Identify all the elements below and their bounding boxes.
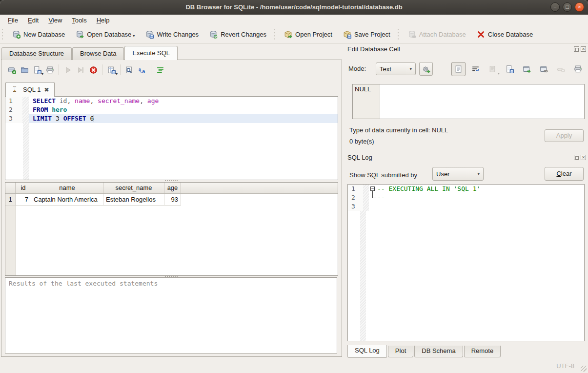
sql-log-filter-select[interactable]: User ▾: [432, 167, 484, 181]
line-number: 3: [5, 114, 22, 123]
minimize-window-button[interactable]: −: [550, 2, 560, 12]
copy-cell-link-button[interactable]: [537, 62, 551, 76]
fold-collapse-icon[interactable]: −: [370, 186, 375, 191]
results-grid[interactable]: idnamesecret_nameage 17Captain North Ame…: [5, 182, 338, 276]
save-project-button[interactable]: Save Project: [338, 28, 396, 41]
bottom-tab-sql-log[interactable]: SQL Log: [347, 345, 387, 358]
new-database-button[interactable]: New Database: [7, 28, 70, 41]
cell-secret_name[interactable]: Esteban Rogelios: [103, 194, 164, 206]
execute-all-button[interactable]: [61, 63, 74, 76]
auto-mode-button[interactable]: [419, 62, 433, 76]
open-database-button[interactable]: Open Database▾: [70, 28, 140, 41]
close-dock-icon[interactable]: ✕: [581, 46, 586, 52]
chevron-down-icon[interactable]: ▾: [133, 34, 135, 39]
tab-database-structure[interactable]: Database Structure: [1, 47, 72, 60]
corner-header[interactable]: [5, 183, 16, 193]
autocomplete-icon: aa: [138, 66, 146, 74]
cell-type-info: Type of data currently in cell: NULL: [349, 126, 448, 135]
clear-log-button[interactable]: Clear: [545, 167, 584, 181]
editor-line-2: 2FROM hero: [5, 105, 338, 114]
save-sql-file-button[interactable]: ▾: [31, 63, 43, 76]
revert-changes-button[interactable]: Revert Changes: [204, 28, 272, 41]
import-data-button[interactable]: ▾: [486, 62, 500, 76]
open-project-button[interactable]: Open Project: [279, 28, 338, 41]
bottom-tab-remote[interactable]: Remote: [464, 346, 501, 357]
table-row[interactable]: 17Captain North AmericaEsteban Rogelios9…: [5, 194, 338, 206]
sql-editor[interactable]: 1SELECT id, name, secret_name, age2FROM …: [5, 96, 338, 180]
format-sql-button[interactable]: [154, 63, 166, 76]
apply-button[interactable]: Apply: [545, 129, 584, 142]
tab-execute-sql[interactable]: Execute SQL: [124, 46, 178, 60]
execute-line-button[interactable]: [74, 63, 87, 76]
close-dock-icon[interactable]: ✕: [581, 155, 586, 160]
toolbar-separator: [120, 64, 121, 75]
encoding-indicator[interactable]: UTF-8: [556, 362, 574, 370]
menu-help[interactable]: Help: [92, 15, 115, 25]
sql-tab-bar: SQL 1 ✖: [5, 81, 55, 96]
close-database-button[interactable]: Close Database: [471, 28, 539, 41]
menu-edit[interactable]: Edit: [23, 15, 43, 25]
results-message[interactable]: Results of the last executed statements: [5, 277, 337, 353]
float-dock-icon[interactable]: [574, 155, 579, 160]
cell-editor[interactable]: NULL: [352, 84, 585, 119]
stop-icon: [89, 66, 98, 74]
autocomplete-button[interactable]: aa: [136, 63, 148, 76]
save-results-icon: [107, 66, 116, 74]
row-header[interactable]: 1: [5, 194, 16, 206]
attach-database-button[interactable]: Attach Database: [403, 28, 471, 41]
word-wrap-button[interactable]: [468, 62, 483, 76]
close-tab-icon[interactable]: ✖: [44, 86, 49, 93]
open-in-external-button[interactable]: [520, 62, 534, 76]
float-dock-icon[interactable]: [574, 46, 579, 52]
db-new-icon: [12, 30, 20, 39]
hourglass-icon: [11, 85, 20, 94]
menubar: FileEditViewToolsHelp: [0, 15, 588, 25]
export-data-button[interactable]: [503, 62, 517, 76]
chevron-down-icon[interactable]: ▾: [498, 72, 500, 76]
revert-changes-label: Revert Changes: [221, 31, 266, 38]
save-results-button[interactable]: ▾: [105, 63, 118, 76]
execute-line-icon: [77, 66, 85, 74]
find-button[interactable]: [123, 63, 136, 76]
resize-grip[interactable]: [581, 366, 587, 372]
window-title: DB Browser for SQLite - /home/user/code/…: [0, 0, 588, 15]
print-sql-button[interactable]: [43, 63, 56, 76]
maximize-window-button[interactable]: □: [563, 2, 572, 12]
cell-age[interactable]: 93: [164, 194, 181, 206]
cell-name[interactable]: Captain North America: [31, 194, 103, 206]
open-sql-tab-button[interactable]: [5, 63, 18, 76]
sql-log-lines: 1−-- EXECUTING ALL IN 'SQL 1'2--3: [348, 185, 584, 211]
stop-execution-button[interactable]: [87, 63, 100, 76]
tab-browse-data[interactable]: Browse Data: [72, 47, 124, 60]
menu-view[interactable]: View: [43, 15, 67, 25]
open-sql-file-button[interactable]: [18, 63, 31, 76]
db-close-icon: [477, 30, 485, 39]
set-null-button[interactable]: [554, 62, 568, 76]
tab-sql-1[interactable]: SQL 1 ✖: [5, 82, 55, 97]
mode-select[interactable]: Text ▾: [376, 62, 416, 75]
chevron-down-icon[interactable]: ▾: [116, 72, 118, 76]
print-cell-button[interactable]: [571, 62, 585, 76]
write-changes-button[interactable]: Write Changes: [140, 28, 204, 41]
cell-value: NULL: [355, 85, 371, 93]
open-database-label: Open Database: [87, 31, 131, 38]
splitter-handle-top[interactable]: [5, 179, 337, 182]
column-header-id[interactable]: id: [16, 183, 31, 193]
main-tabs: Database StructureBrowse DataExecute SQL: [1, 46, 178, 60]
results-grid-header[interactable]: idnamesecret_nameage: [5, 183, 338, 194]
menu-file[interactable]: File: [3, 15, 23, 25]
close-window-button[interactable]: ×: [575, 2, 584, 12]
text-mode-button[interactable]: [451, 62, 466, 76]
editor-line-1: 1SELECT id, name, secret_name, age: [5, 97, 338, 105]
menu-tools[interactable]: Tools: [67, 15, 91, 25]
column-header-name[interactable]: name: [31, 183, 103, 193]
column-header-secret_name[interactable]: secret_name: [103, 183, 164, 193]
sql-log-view[interactable]: 1−-- EXECUTING ALL IN 'SQL 1'2--3: [347, 184, 585, 341]
db-write-icon: [145, 30, 154, 39]
cell-id[interactable]: 7: [16, 194, 31, 206]
log-line-1: 1−-- EXECUTING ALL IN 'SQL 1': [348, 185, 584, 193]
bottom-tab-db-schema[interactable]: DB Schema: [414, 346, 463, 357]
sql-editor-lines: 1SELECT id, name, secret_name, age2FROM …: [5, 97, 338, 123]
bottom-tab-plot[interactable]: Plot: [388, 346, 413, 357]
column-header-age[interactable]: age: [164, 183, 181, 193]
